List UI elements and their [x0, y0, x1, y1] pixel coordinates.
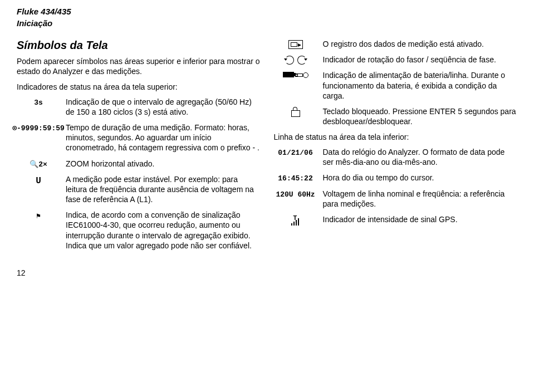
clock-date-symbol: 01/21/06 — [276, 148, 314, 158]
indicator-desc: Indicador de intensidade de sinal GPS. — [323, 214, 518, 224]
clock-time-symbol: 16:45:22 — [276, 174, 314, 183]
gps-signal-icon — [291, 215, 300, 226]
intro-text: Podem aparecer símbolos nas áreas superi… — [17, 56, 261, 76]
header-subtitle: Iniciação — [17, 17, 517, 29]
aggregation-3s-symbol: 3s — [32, 98, 45, 107]
indicator-row: Indicador de rotação do fasor / seqüênci… — [274, 55, 518, 65]
indicator-desc: ZOOM horizontal ativado. — [66, 159, 261, 169]
indicator-row: 120U 60Hz Voltagem de linha nominal e fr… — [274, 189, 518, 209]
recording-active-icon — [288, 40, 303, 49]
keyboard-locked-icon — [291, 110, 300, 117]
indicator-desc: Tempo de duração de uma medição. Formato… — [66, 122, 261, 153]
indicator-row: ⚑ Indica, de acordo com a convenção de s… — [17, 210, 261, 251]
indicator-row: 🔍2× ZOOM horizontal ativado. — [17, 159, 261, 169]
product-line: Fluke 434/435 — [17, 6, 517, 17]
indicator-row: 3s Indicação de que o intervalo de agreg… — [17, 97, 261, 117]
indicator-row: Indicador de intensidade de sinal GPS. — [274, 214, 518, 226]
indicator-desc: Indicação de que o intervalo de agregaçã… — [66, 97, 261, 117]
indicator-desc: A medição pode estar instável. Por exemp… — [66, 174, 261, 205]
left-column: Símbolos da Tela Podem aparecer símbolos… — [17, 39, 261, 256]
battery-line-power-icon — [283, 71, 308, 78]
top-indicators-subhead: Indicadores de status na área da tela su… — [17, 82, 261, 92]
indicator-desc: Indicação de alimentação de bateria/linh… — [323, 70, 518, 101]
indicator-desc: Data do relógio do Analyzer. O formato d… — [323, 147, 518, 167]
indicator-desc: Teclado bloqueado. Pressione ENTER 5 seg… — [323, 106, 518, 126]
indicator-desc: Hora do dia ou tempo do cursor. — [323, 173, 518, 183]
indicator-desc: Voltagem de linha nominal e freqüência: … — [323, 189, 518, 209]
bottom-status-subhead: Linha de status na área da tela inferior… — [274, 132, 518, 142]
phasor-rotation-icon — [285, 56, 306, 65]
indicator-row: ⊙-9999:59:59 Tempo de duração de uma med… — [17, 122, 261, 153]
section-title: Símbolos da Tela — [17, 39, 261, 52]
zoom-2x-symbol: 🔍2× — [30, 160, 47, 169]
indicator-desc: Indicador de rotação do fasor / seqüênci… — [323, 55, 518, 65]
duration-timer-symbol: ⊙-9999:59:59 — [12, 124, 65, 133]
indicator-row: O registro dos dados de medição está ati… — [274, 39, 518, 49]
indicator-row: 16:45:22 Hora do dia ou tempo do cursor. — [274, 173, 518, 183]
indicator-row: 01/21/06 Data do relógio do Analyzer. O … — [274, 147, 518, 167]
indicator-row: Teclado bloqueado. Pressione ENTER 5 seg… — [274, 106, 518, 126]
right-column: O registro dos dados de medição está ati… — [274, 39, 518, 256]
voltage-freq-symbol: 120U 60Hz — [274, 190, 316, 199]
page-number: 12 — [17, 268, 517, 277]
indicator-row: Indicação de alimentação de bateria/linh… — [274, 70, 518, 101]
flag-symbol: ⚑ — [35, 211, 42, 221]
unstable-u-symbol: U — [34, 175, 43, 187]
indicator-row: U A medição pode estar instável. Por exe… — [17, 174, 261, 205]
indicator-desc: O registro dos dados de medição está ati… — [323, 39, 518, 49]
indicator-desc: Indica, de acordo com a convenção de sin… — [66, 210, 261, 251]
